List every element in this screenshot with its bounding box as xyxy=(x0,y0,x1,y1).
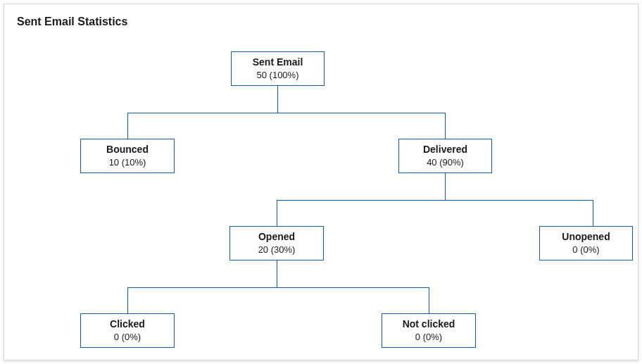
node-sent-email: Sent Email 50 (100%) xyxy=(231,51,325,86)
node-value: 0 (0%) xyxy=(572,244,599,256)
node-label: Bounced xyxy=(106,143,149,156)
node-not-clicked: Not clicked 0 (0%) xyxy=(382,313,476,348)
node-value: 40 (90%) xyxy=(427,157,464,169)
node-value: 10 (10%) xyxy=(109,157,146,169)
node-value: 50 (100%) xyxy=(257,70,299,82)
node-unopened: Unopened 0 (0%) xyxy=(539,226,633,261)
node-label: Delivered xyxy=(423,143,467,156)
node-delivered: Delivered 40 (90%) xyxy=(398,139,492,173)
node-value: 0 (0%) xyxy=(114,332,141,344)
node-label: Sent Email xyxy=(253,56,303,68)
node-label: Not clicked xyxy=(403,318,455,330)
node-opened: Opened 20 (30%) xyxy=(229,226,324,261)
node-bounced: Bounced 10 (10%) xyxy=(80,139,175,173)
node-label: Unopened xyxy=(562,230,610,243)
node-value: 0 (0%) xyxy=(415,332,442,344)
node-label: Opened xyxy=(258,230,295,243)
node-label: Clicked xyxy=(110,318,145,330)
panel-title: Sent Email Statistics xyxy=(17,15,127,28)
sent-email-statistics-panel: Sent Email Statistics Sent Email 50 (100… xyxy=(4,4,638,360)
node-value: 20 (30%) xyxy=(258,244,296,256)
node-clicked: Clicked 0 (0%) xyxy=(80,313,175,348)
